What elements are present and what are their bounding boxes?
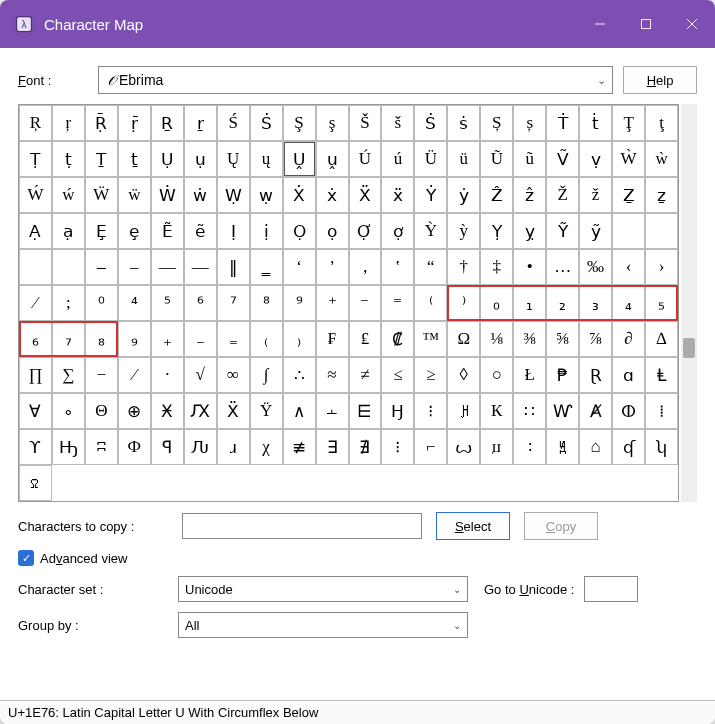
char-cell[interactable]: ⁴ <box>118 285 151 321</box>
char-cell[interactable]: Ṡ <box>414 105 447 141</box>
char-cell[interactable]: ⅞ <box>579 321 612 357</box>
char-cell[interactable]: ₎ <box>283 321 316 357</box>
char-cell[interactable]: ₡ <box>381 321 414 357</box>
char-cell[interactable]: Ł <box>513 357 546 393</box>
char-cell[interactable]: Ị <box>217 213 250 249</box>
char-cell[interactable]: ꙍ <box>447 429 480 465</box>
char-cell[interactable]: Š <box>349 105 382 141</box>
char-cell[interactable]: ꭥ <box>19 465 52 501</box>
char-cell[interactable]: ⁸ <box>250 285 283 321</box>
char-cell[interactable]: ʭ <box>85 429 118 465</box>
char-cell[interactable]: Ü <box>414 141 447 177</box>
char-cell[interactable]: ⁻ <box>349 285 382 321</box>
char-cell[interactable]: Ф <box>118 429 151 465</box>
char-cell[interactable]: ○ <box>480 357 513 393</box>
char-cell[interactable]: ∫ <box>250 357 283 393</box>
char-cell[interactable]: ị <box>250 213 283 249</box>
char-cell[interactable]: ṝ <box>118 105 151 141</box>
char-cell[interactable]: ž <box>579 177 612 213</box>
char-cell[interactable]: ∞ <box>217 357 250 393</box>
char-cell[interactable]: ₄ <box>612 285 645 321</box>
char-cell[interactable]: Ẅ <box>85 177 118 213</box>
char-cell[interactable]: ‖ <box>217 249 250 285</box>
char-cell[interactable]: ₱ <box>546 357 579 393</box>
char-cell[interactable]: ⁹ <box>283 285 316 321</box>
char-cell[interactable]: ₣ <box>316 321 349 357</box>
char-cell[interactable]: ⫠ <box>316 393 349 429</box>
char-cell[interactable]: ạ <box>52 213 85 249</box>
char-cell[interactable]: ợ <box>381 213 414 249</box>
char-cell[interactable]: Ẏ <box>414 177 447 213</box>
char-cell[interactable]: Ԕ <box>184 393 217 429</box>
char-cell[interactable]: Ỳ <box>414 213 447 249</box>
char-cell[interactable]: Ỹ <box>546 213 579 249</box>
char-cell[interactable]: Ӈ <box>381 393 414 429</box>
char-cell[interactable]: ẃ <box>52 177 85 213</box>
char-cell[interactable]: Ṷ <box>283 141 316 177</box>
char-cell[interactable]: ṷ <box>316 141 349 177</box>
char-cell[interactable]: Ṯ <box>85 141 118 177</box>
copy-button[interactable]: Copy <box>524 512 598 540</box>
char-cell[interactable]: ‒ <box>85 249 118 285</box>
char-cell[interactable]: ₌ <box>217 321 250 357</box>
char-cell[interactable]: ∑ <box>52 357 85 393</box>
char-cell[interactable]: ú <box>381 141 414 177</box>
char-cell[interactable]: ⁝ <box>414 393 447 429</box>
char-cell[interactable]: ₆ <box>19 321 52 357</box>
char-cell[interactable]: Ṟ <box>151 105 184 141</box>
char-cell[interactable]: ₅ <box>645 285 678 321</box>
char-cell[interactable]: √ <box>184 357 217 393</box>
char-cell[interactable]: Ş <box>283 105 316 141</box>
character-grid[interactable]: ŖŗṜṝṞṟŚṠŞşŠšṠṡȘșṪṫŢţṬṭṮṯỤụŲųṶṷÚúÜüŨũṼṿẀẁ… <box>19 105 678 501</box>
char-cell[interactable]: Ọ <box>283 213 316 249</box>
char-cell[interactable]: ẋ <box>316 177 349 213</box>
char-cell[interactable]: Ŗ <box>19 105 52 141</box>
char-cell[interactable]: ◊ <box>447 357 480 393</box>
char-cell[interactable]: ₍ <box>250 321 283 357</box>
scrollbar[interactable] <box>681 104 697 502</box>
char-cell[interactable]: ș <box>513 105 546 141</box>
char-cell[interactable]: ∶ <box>513 429 546 465</box>
char-cell[interactable]: Ú <box>349 141 382 177</box>
char-cell[interactable]: Ⱳ <box>546 393 579 429</box>
char-cell[interactable]: ⅝ <box>546 321 579 357</box>
char-cell[interactable]: ⁄ <box>19 285 52 321</box>
char-cell[interactable]: ⁞ <box>645 393 678 429</box>
scroll-thumb[interactable] <box>683 338 695 358</box>
char-cell[interactable]: ∂ <box>612 321 645 357</box>
char-cell[interactable]: ₉ <box>118 321 151 357</box>
char-cell[interactable]: К <box>480 393 513 429</box>
char-cell[interactable]: ∃ <box>316 429 349 465</box>
char-cell[interactable]: ≥ <box>414 357 447 393</box>
char-cell[interactable]: ∏ <box>19 357 52 393</box>
char-cell[interactable]: Ṽ <box>546 141 579 177</box>
goto-unicode-input[interactable] <box>584 576 638 602</box>
char-cell[interactable]: ꟼ <box>151 429 184 465</box>
char-cell[interactable]: Ẃ <box>19 177 52 213</box>
char-cell[interactable]: • <box>513 249 546 285</box>
font-select[interactable]: 𝒪 Ebrima ⌄ <box>98 66 613 94</box>
char-cell[interactable]: Ũ <box>480 141 513 177</box>
char-cell[interactable]: ₤ <box>349 321 382 357</box>
char-cell[interactable]: ₇ <box>52 321 85 357</box>
char-cell[interactable]: Ạ <box>19 213 52 249</box>
char-cell[interactable]: ⁷ <box>217 285 250 321</box>
char-cell[interactable]: ₊ <box>151 321 184 357</box>
char-cell[interactable]: š <box>381 105 414 141</box>
char-cell[interactable]: Ỵ <box>480 213 513 249</box>
char-cell[interactable]: ∄ <box>349 429 382 465</box>
char-cell[interactable]: ⁝ <box>381 429 414 465</box>
char-cell[interactable]: ‗ <box>250 249 283 285</box>
char-cell[interactable]: ™ <box>414 321 447 357</box>
char-cell[interactable]: Θ <box>85 393 118 429</box>
char-cell[interactable]: Ụ <box>151 141 184 177</box>
char-cell[interactable]: Ś <box>217 105 250 141</box>
char-cell[interactable]: ₀ <box>480 285 513 321</box>
char-cell[interactable]: – <box>118 249 151 285</box>
char-cell[interactable]: ẉ <box>250 177 283 213</box>
char-cell[interactable]: ʮ <box>645 429 678 465</box>
char-cell[interactable]: Ų <box>217 141 250 177</box>
groupby-select[interactable]: All ⌄ <box>178 612 468 638</box>
char-cell[interactable]: Ԉ <box>184 429 217 465</box>
char-cell[interactable]: “ <box>414 249 447 285</box>
